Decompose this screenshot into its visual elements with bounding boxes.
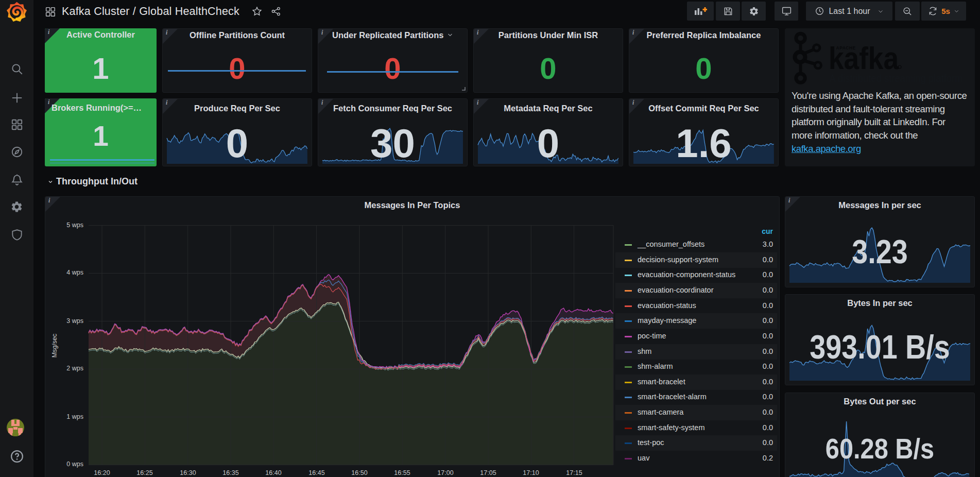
svg-text:kafka: kafka xyxy=(829,40,899,76)
svg-text:A distributed streaming platfo: A distributed streaming platform xyxy=(830,73,963,84)
